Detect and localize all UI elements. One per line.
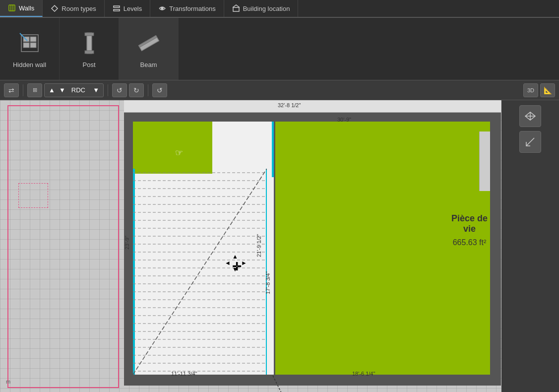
expand-btn[interactable]: ⊞ [27,83,42,97]
building-location-icon [232,4,240,12]
rotate-btn[interactable]: ↺ [152,83,167,97]
ruler-top: 32'-8 1/2" [124,100,501,113]
room-label-container: Pièce de vie 665.63 ft² [449,213,490,247]
svg-rect-0 [9,5,15,11]
unit-label: m [6,379,10,385]
tool-post[interactable]: Post [60,18,119,80]
walls-icon [8,4,16,12]
separator-3 [148,84,148,96]
measure-panel-btn[interactable] [519,131,541,153]
svg-rect-10 [30,37,36,42]
tab-walls-label: Walls [19,4,34,12]
room-types-icon [51,4,59,12]
beam-label: Beam [140,61,157,68]
svg-rect-16 [85,51,94,54]
tool-hidden-wall[interactable]: Hidden wall [0,18,60,80]
tab-building-location-label: Building location [243,5,290,12]
floor-plan[interactable]: Pièce de vie 665.63 ft² [124,113,501,386]
undo-btn[interactable]: ↺ [112,83,127,97]
post-label: Post [82,61,95,68]
secondary-toolbar: ⇄ ⊞ ▲ ▼ RDC ▼ ↺ ↻ ↺ 3D 📐 [0,80,559,100]
svg-marker-3 [52,5,58,11]
right-panel [501,100,559,392]
tab-room-types-label: Room types [62,5,96,12]
room-left[interactable]: ✛ ◄ ► ▲ ▼ ☞ [133,122,274,375]
swap-btn[interactable]: ⇄ [4,83,19,97]
3d-view-panel-btn[interactable] [519,105,541,127]
svg-point-6 [161,7,163,9]
floor-name: RDC [71,86,85,94]
dim-bottom-left: 11'-11 3/4" [171,371,197,377]
reference-outline [7,105,119,388]
canvas-area: 32'-8 1/2" Pièce de vie 665.63 ft² [0,100,559,392]
tab-transformations[interactable]: Transformations [150,0,224,17]
cyan-top-right-line [272,122,274,177]
hidden-wall-label: Hidden wall [13,61,46,68]
right-stair-panel [479,131,490,191]
levels-icon [113,4,121,12]
svg-rect-7 [233,7,239,11]
svg-rect-15 [85,33,94,36]
redo-btn[interactable]: ↻ [129,83,144,97]
beam-icon [135,29,163,57]
tab-walls[interactable]: Walls [0,0,43,17]
svg-rect-5 [114,9,120,11]
3d-view-btn[interactable]: 3D [523,83,538,97]
transformations-icon [158,4,166,12]
dim-beam-right: 17'-8 3/4" [265,271,271,294]
floor-dropdown-icon: ▼ [93,86,99,94]
dim-total-width: 32'-8 1/2" [278,102,301,108]
svg-rect-4 [114,6,120,7]
tab-building-location[interactable]: Building location [224,0,299,17]
room-area: 665.63 ft² [449,238,490,247]
reference-inner-rect [18,183,48,208]
floor-selector[interactable]: ▲ ▼ RDC ▼ [44,83,104,97]
floor-down-icon: ▼ [59,86,65,94]
separator-2 [108,84,108,96]
post-icon [75,29,103,57]
room-name: Pièce de vie [449,213,490,234]
tab-levels[interactable]: Levels [105,0,151,17]
room-main[interactable]: Pièce de vie 665.63 ft² [275,122,490,375]
tool-beam[interactable]: Beam [119,18,179,80]
dim-left-total: 23'-9" [124,236,130,250]
tab-transformations-label: Transformations [169,5,215,12]
tab-levels-label: Levels [124,5,142,12]
hidden-wall-icon [16,29,44,57]
floor-up-icon: ▲ [49,86,55,94]
dim-inner-top: 30'-9" [337,117,351,123]
separator-1 [23,84,23,96]
dim-bottom-right: 18'-6 1/4" [352,371,375,377]
svg-rect-11 [23,43,29,48]
svg-rect-12 [30,43,36,48]
floor-outer-wall: Pièce de vie 665.63 ft² [124,113,501,386]
dim-beam-left: 21'-9 1/2" [256,234,262,257]
tab-room-types[interactable]: Room types [43,0,104,17]
beam-pattern: ✛ ◄ ► ▲ ▼ [133,169,267,375]
green-top-left-room [133,122,212,174]
beam-hatch-svg [133,169,267,375]
ruler-btn[interactable]: 📐 [540,83,555,97]
